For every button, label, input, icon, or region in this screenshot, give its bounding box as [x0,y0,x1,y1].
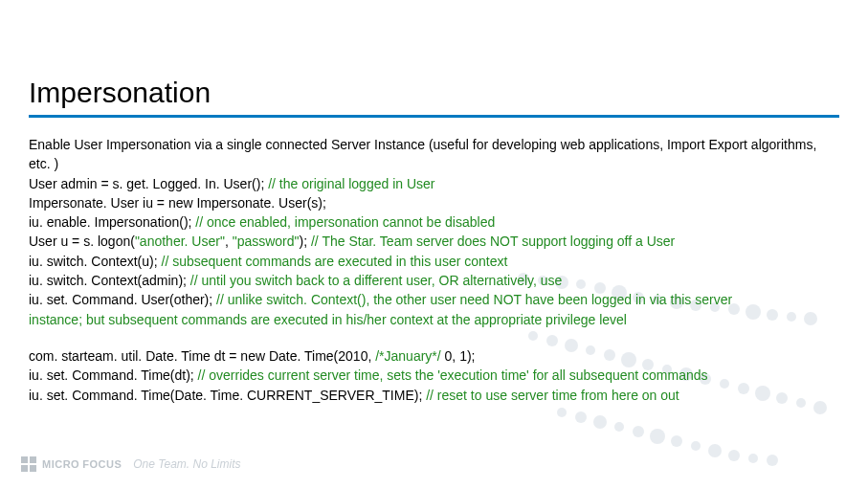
svg-point-35 [614,422,624,432]
title-underline [29,115,839,118]
code-line: Impersonate. User iu = new Impersonate. … [29,193,839,212]
svg-point-32 [557,408,567,417]
svg-point-41 [728,450,740,461]
svg-point-36 [633,426,644,437]
svg-point-37 [650,429,665,444]
code-line: instance; but subsequent commands are ex… [29,310,839,329]
svg-rect-45 [30,456,36,463]
svg-rect-44 [21,456,28,463]
svg-point-43 [767,455,778,466]
brand-tagline: One Team. No Limits [133,457,240,471]
brand-logo-icon [21,456,36,472]
code-line: iu. switch. Context(u); // subsequent co… [29,252,839,271]
svg-point-33 [575,411,587,423]
brand-word-1: MICRO [42,458,79,470]
code-line: iu. switch. Context(admin); // until you… [29,271,839,290]
svg-point-34 [593,415,607,429]
code-line: User admin = s. get. Logged. In. User();… [29,174,839,193]
slide-content: Impersonation Enable User Impersonation … [0,0,868,405]
brand-word-2: FOCUS [82,458,122,470]
slide-body: Enable User Impersonation via a single c… [29,135,839,405]
code-line: iu. enable. Impersonation(); // once ena… [29,212,839,232]
code-line: iu. set. Command. Time(Date. Time. CURRE… [29,386,839,405]
intro-text: Enable User Impersonation via a single c… [29,135,839,174]
svg-point-40 [708,444,722,457]
svg-rect-47 [30,465,36,472]
code-line: com. starteam. util. Date. Time dt = new… [29,346,839,366]
code-line: User u = s. logon("another. User", "pass… [29,232,839,251]
code-line: iu. set. Command. Time(dt); // overrides… [29,366,839,385]
slide-title: Impersonation [29,77,839,109]
svg-point-39 [691,441,701,451]
code-line: iu. set. Command. User(other); // unlike… [29,290,839,309]
svg-point-42 [748,454,758,463]
brand-logo: MICRO FOCUS One Team. No Limits [21,456,241,472]
svg-rect-46 [21,465,28,472]
svg-point-38 [671,435,682,447]
